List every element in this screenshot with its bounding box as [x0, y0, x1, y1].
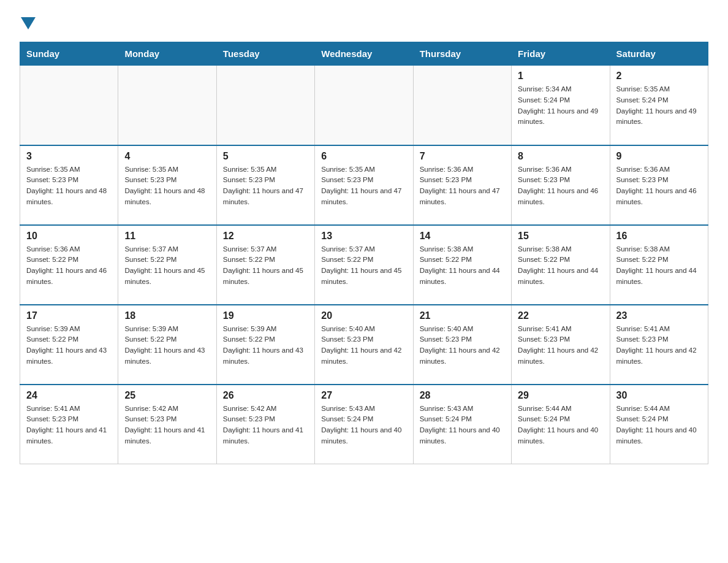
calendar-day-cell: 16Sunrise: 5:38 AMSunset: 5:22 PMDayligh… — [610, 225, 708, 305]
calendar-week-row: 17Sunrise: 5:39 AMSunset: 5:22 PMDayligh… — [20, 305, 708, 385]
day-number: 1 — [518, 71, 603, 82]
day-number: 17 — [26, 310, 112, 321]
calendar-day-cell: 21Sunrise: 5:40 AMSunset: 5:23 PMDayligh… — [413, 305, 511, 385]
day-number: 28 — [420, 390, 505, 401]
calendar-day-cell: 4Sunrise: 5:35 AMSunset: 5:23 PMDaylight… — [118, 145, 216, 225]
day-info: Sunrise: 5:35 AMSunset: 5:23 PMDaylight:… — [124, 164, 210, 208]
weekday-header-monday: Monday — [118, 42, 216, 66]
logo — [20, 15, 36, 29]
calendar-day-cell: 28Sunrise: 5:43 AMSunset: 5:24 PMDayligh… — [413, 385, 511, 464]
day-info: Sunrise: 5:38 AMSunset: 5:22 PMDaylight:… — [518, 244, 603, 288]
day-info: Sunrise: 5:40 AMSunset: 5:23 PMDaylight:… — [321, 324, 406, 367]
calendar-header-row: SundayMondayTuesdayWednesdayThursdayFrid… — [20, 42, 708, 66]
calendar-day-cell: 24Sunrise: 5:41 AMSunset: 5:23 PMDayligh… — [20, 385, 118, 464]
day-number: 26 — [223, 390, 308, 401]
day-number: 13 — [321, 231, 406, 242]
calendar-day-cell: 6Sunrise: 5:35 AMSunset: 5:23 PMDaylight… — [315, 145, 413, 225]
day-number: 6 — [321, 151, 406, 162]
day-number: 2 — [616, 71, 702, 82]
calendar-week-row: 3Sunrise: 5:35 AMSunset: 5:23 PMDaylight… — [20, 145, 708, 225]
calendar-day-cell: 19Sunrise: 5:39 AMSunset: 5:22 PMDayligh… — [216, 305, 314, 385]
day-number: 16 — [616, 231, 702, 242]
day-info: Sunrise: 5:41 AMSunset: 5:23 PMDaylight:… — [616, 324, 702, 367]
day-number: 22 — [518, 310, 603, 321]
day-number: 25 — [124, 390, 210, 401]
day-number: 20 — [321, 310, 406, 321]
day-number: 15 — [518, 231, 603, 242]
calendar-day-cell: 7Sunrise: 5:36 AMSunset: 5:23 PMDaylight… — [413, 145, 511, 225]
day-info: Sunrise: 5:34 AMSunset: 5:24 PMDaylight:… — [518, 84, 603, 128]
day-number: 8 — [518, 151, 603, 162]
calendar-day-cell: 27Sunrise: 5:43 AMSunset: 5:24 PMDayligh… — [315, 385, 413, 464]
calendar-day-cell: 8Sunrise: 5:36 AMSunset: 5:23 PMDaylight… — [512, 145, 610, 225]
calendar-day-cell: 20Sunrise: 5:40 AMSunset: 5:23 PMDayligh… — [315, 305, 413, 385]
day-number: 30 — [616, 390, 702, 401]
day-info: Sunrise: 5:40 AMSunset: 5:23 PMDaylight:… — [420, 324, 505, 367]
calendar-day-cell: 26Sunrise: 5:42 AMSunset: 5:23 PMDayligh… — [216, 385, 314, 464]
day-info: Sunrise: 5:44 AMSunset: 5:24 PMDaylight:… — [616, 404, 702, 447]
day-info: Sunrise: 5:38 AMSunset: 5:22 PMDaylight:… — [420, 244, 505, 288]
day-info: Sunrise: 5:35 AMSunset: 5:23 PMDaylight:… — [321, 164, 406, 208]
day-info: Sunrise: 5:41 AMSunset: 5:23 PMDaylight:… — [26, 404, 112, 447]
day-info: Sunrise: 5:37 AMSunset: 5:22 PMDaylight:… — [321, 244, 406, 288]
day-info: Sunrise: 5:36 AMSunset: 5:23 PMDaylight:… — [420, 164, 505, 208]
calendar-day-cell: 1Sunrise: 5:34 AMSunset: 5:24 PMDaylight… — [512, 66, 610, 145]
day-number: 10 — [26, 231, 112, 242]
day-number: 14 — [420, 231, 505, 242]
calendar-day-cell — [413, 66, 511, 145]
weekday-header-sunday: Sunday — [20, 42, 118, 66]
calendar-day-cell: 11Sunrise: 5:37 AMSunset: 5:22 PMDayligh… — [118, 225, 216, 305]
calendar-day-cell: 2Sunrise: 5:35 AMSunset: 5:24 PMDaylight… — [610, 66, 708, 145]
page-header — [20, 15, 708, 29]
day-number: 27 — [321, 390, 406, 401]
weekday-header-friday: Friday — [512, 42, 610, 66]
calendar-day-cell — [216, 66, 314, 145]
calendar-day-cell: 5Sunrise: 5:35 AMSunset: 5:23 PMDaylight… — [216, 145, 314, 225]
weekday-header-tuesday: Tuesday — [216, 42, 314, 66]
calendar-day-cell: 29Sunrise: 5:44 AMSunset: 5:24 PMDayligh… — [512, 385, 610, 464]
day-number: 5 — [223, 151, 308, 162]
day-info: Sunrise: 5:36 AMSunset: 5:23 PMDaylight:… — [616, 164, 702, 208]
day-number: 7 — [420, 151, 505, 162]
day-info: Sunrise: 5:39 AMSunset: 5:22 PMDaylight:… — [26, 324, 112, 367]
calendar-day-cell: 3Sunrise: 5:35 AMSunset: 5:23 PMDaylight… — [20, 145, 118, 225]
day-number: 23 — [616, 310, 702, 321]
day-number: 19 — [223, 310, 308, 321]
calendar-day-cell — [20, 66, 118, 145]
calendar-day-cell: 12Sunrise: 5:37 AMSunset: 5:22 PMDayligh… — [216, 225, 314, 305]
day-info: Sunrise: 5:44 AMSunset: 5:24 PMDaylight:… — [518, 404, 603, 447]
day-info: Sunrise: 5:37 AMSunset: 5:22 PMDaylight:… — [223, 244, 308, 288]
day-number: 12 — [223, 231, 308, 242]
calendar-day-cell: 17Sunrise: 5:39 AMSunset: 5:22 PMDayligh… — [20, 305, 118, 385]
calendar-table: SundayMondayTuesdayWednesdayThursdayFrid… — [20, 42, 708, 464]
calendar-day-cell: 15Sunrise: 5:38 AMSunset: 5:22 PMDayligh… — [512, 225, 610, 305]
day-info: Sunrise: 5:35 AMSunset: 5:23 PMDaylight:… — [223, 164, 308, 208]
day-number: 29 — [518, 390, 603, 401]
calendar-week-row: 1Sunrise: 5:34 AMSunset: 5:24 PMDaylight… — [20, 66, 708, 145]
calendar-week-row: 24Sunrise: 5:41 AMSunset: 5:23 PMDayligh… — [20, 385, 708, 464]
calendar-day-cell — [118, 66, 216, 145]
calendar-day-cell: 14Sunrise: 5:38 AMSunset: 5:22 PMDayligh… — [413, 225, 511, 305]
day-number: 4 — [124, 151, 210, 162]
day-info: Sunrise: 5:39 AMSunset: 5:22 PMDaylight:… — [124, 324, 210, 367]
logo-triangle-icon — [21, 17, 36, 29]
day-number: 9 — [616, 151, 702, 162]
calendar-day-cell: 13Sunrise: 5:37 AMSunset: 5:22 PMDayligh… — [315, 225, 413, 305]
day-info: Sunrise: 5:43 AMSunset: 5:24 PMDaylight:… — [420, 404, 505, 447]
weekday-header-saturday: Saturday — [610, 42, 708, 66]
day-info: Sunrise: 5:42 AMSunset: 5:23 PMDaylight:… — [223, 404, 308, 447]
day-number: 21 — [420, 310, 505, 321]
day-number: 24 — [26, 390, 112, 401]
day-info: Sunrise: 5:37 AMSunset: 5:22 PMDaylight:… — [124, 244, 210, 288]
day-number: 18 — [124, 310, 210, 321]
calendar-day-cell: 25Sunrise: 5:42 AMSunset: 5:23 PMDayligh… — [118, 385, 216, 464]
calendar-day-cell: 18Sunrise: 5:39 AMSunset: 5:22 PMDayligh… — [118, 305, 216, 385]
day-info: Sunrise: 5:43 AMSunset: 5:24 PMDaylight:… — [321, 404, 406, 447]
calendar-day-cell: 10Sunrise: 5:36 AMSunset: 5:22 PMDayligh… — [20, 225, 118, 305]
day-number: 3 — [26, 151, 112, 162]
calendar-day-cell: 23Sunrise: 5:41 AMSunset: 5:23 PMDayligh… — [610, 305, 708, 385]
day-info: Sunrise: 5:42 AMSunset: 5:23 PMDaylight:… — [124, 404, 210, 447]
day-info: Sunrise: 5:39 AMSunset: 5:22 PMDaylight:… — [223, 324, 308, 367]
calendar-day-cell — [315, 66, 413, 145]
day-info: Sunrise: 5:36 AMSunset: 5:22 PMDaylight:… — [26, 244, 112, 288]
